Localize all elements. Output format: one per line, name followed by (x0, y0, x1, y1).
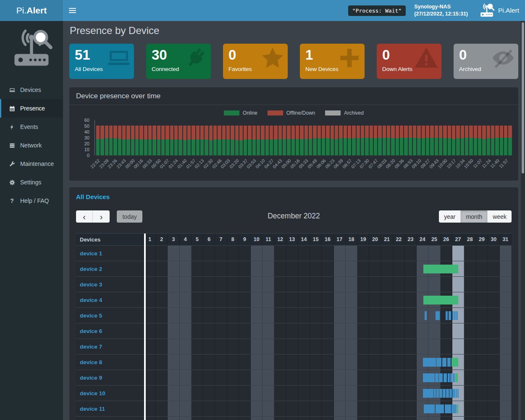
device-link[interactable]: device 8 (80, 359, 102, 365)
device-timeline (144, 401, 512, 416)
device-link[interactable]: device 7 (80, 344, 102, 350)
bar-offline-segment (478, 126, 481, 139)
device-link[interactable]: device 4 (80, 297, 102, 303)
device-link[interactable]: device 11 (80, 406, 105, 412)
chart-bar (105, 126, 108, 155)
chart-bar (365, 126, 368, 155)
chart-bar (487, 126, 490, 155)
chart-bar (244, 126, 247, 155)
card-down-alerts[interactable]: 0Down Alerts (377, 44, 441, 79)
chart-bar (443, 126, 446, 155)
device-timeline (144, 370, 512, 385)
bar-online-segment (105, 138, 108, 155)
chart-bar (456, 126, 459, 155)
device-name-cell: device 4 (76, 292, 144, 307)
scrollbar-thumb[interactable] (522, 22, 524, 173)
legend-label: Online (243, 110, 257, 116)
sidebar-item-events[interactable]: Events (0, 118, 63, 136)
chart-bar (422, 126, 425, 155)
x-tick-label: 03:20 (228, 158, 240, 169)
bar-offline-segment (192, 126, 195, 140)
card-new-devices[interactable]: 1New Devices (300, 44, 365, 79)
bar-online-segment (122, 139, 126, 155)
sidebar-item-help-faq[interactable]: ?Help / FAQ (0, 192, 63, 210)
chart-bar (417, 126, 420, 155)
card-archived[interactable]: 0Archived (454, 44, 518, 79)
device-link[interactable]: device 10 (80, 390, 105, 396)
day-header-16: 16 (322, 234, 333, 245)
bar-offline-segment (287, 126, 290, 139)
bar-online-segment (448, 138, 451, 155)
device-name-cell: device 11 (76, 401, 144, 416)
chart-bar (139, 126, 143, 155)
bar-offline-segment (252, 126, 256, 140)
bar-online-segment (322, 138, 325, 155)
device-timeline (144, 354, 512, 370)
sidebar-item-devices[interactable]: Devices (0, 81, 63, 99)
bar-offline-segment (244, 126, 247, 140)
app-logo[interactable]: Pi.Alert (0, 0, 63, 21)
online-bar (455, 373, 458, 382)
device-link[interactable]: device 9 (80, 375, 102, 381)
device-link[interactable]: device 2 (80, 266, 102, 272)
bar-offline-segment (383, 126, 386, 138)
bar-online-segment (109, 138, 113, 155)
bar-offline-segment (435, 126, 438, 138)
bar-offline-segment (218, 126, 221, 140)
card-favorites[interactable]: 0Favorites (223, 44, 288, 79)
chart-bar (313, 126, 316, 155)
menu-toggle-icon[interactable] (63, 0, 81, 21)
bar-online-segment (100, 139, 104, 155)
sidebar-item-label: Maintenance (20, 160, 54, 167)
sidebar-item-maintenance[interactable]: Maintenance (0, 155, 63, 173)
bar-offline-segment (461, 126, 464, 139)
card-all-devices[interactable]: 51All Devices (69, 44, 134, 79)
day-header-9: 9 (239, 234, 251, 245)
bar-online-segment (443, 138, 446, 155)
card-connected[interactable]: 30Connected (146, 44, 211, 79)
legend-label: Archived (344, 110, 364, 116)
bar-offline-segment (270, 126, 273, 140)
view-button-year[interactable]: year (439, 210, 461, 223)
page-title: Presence by Device (70, 25, 518, 37)
sidebar-item-presence[interactable]: Presence (0, 99, 63, 118)
device-timeline (144, 323, 512, 339)
bar-offline-segment (231, 126, 234, 140)
x-tick-label: 11:40 (489, 158, 501, 169)
view-button-month[interactable]: month (461, 210, 488, 223)
y-tick-label: 50 (84, 123, 89, 129)
chart-bar (283, 126, 286, 155)
bar-offline-segment (352, 126, 355, 139)
view-button-week[interactable]: week (488, 210, 512, 223)
bar-offline-segment (508, 126, 512, 138)
x-tick-label: 07:13 (350, 158, 361, 169)
presence-calendar-table: Devices 12345678910111213141516171819202… (76, 233, 512, 420)
bar-offline-segment (148, 126, 152, 140)
vertical-scrollbar[interactable] (521, 21, 525, 420)
bar-offline-segment (239, 126, 243, 140)
chart-bar (126, 126, 130, 155)
chart-bar (391, 126, 394, 155)
device-link[interactable]: device 5 (80, 312, 102, 319)
bar-offline-segment (265, 126, 269, 140)
bar-offline-segment (235, 126, 239, 140)
bar-offline-segment (400, 126, 403, 138)
presence-bars (144, 370, 512, 385)
bar-online-segment (508, 138, 512, 155)
bar-offline-segment (291, 126, 295, 139)
chart-bar (161, 126, 165, 155)
device-row-device-4: device 4 (76, 292, 512, 307)
bar-online-segment (318, 138, 321, 155)
presence-chart: 0102030405060 22:5223:0923:2623:4300:000… (76, 120, 512, 176)
sidebar-item-settings[interactable]: Settings (0, 173, 63, 192)
sidebar-item-label: Help / FAQ (20, 197, 49, 204)
sidebar-item-network[interactable]: Network (0, 136, 63, 155)
bar-offline-segment (118, 126, 121, 139)
bar-offline-segment (161, 126, 165, 140)
device-link[interactable]: device 6 (80, 328, 102, 334)
device-link[interactable]: device 1 (80, 250, 102, 257)
device-timeline (144, 261, 512, 276)
bar-online-segment (178, 139, 182, 155)
device-link[interactable]: device 3 (80, 281, 102, 288)
chart-bar (152, 126, 156, 155)
